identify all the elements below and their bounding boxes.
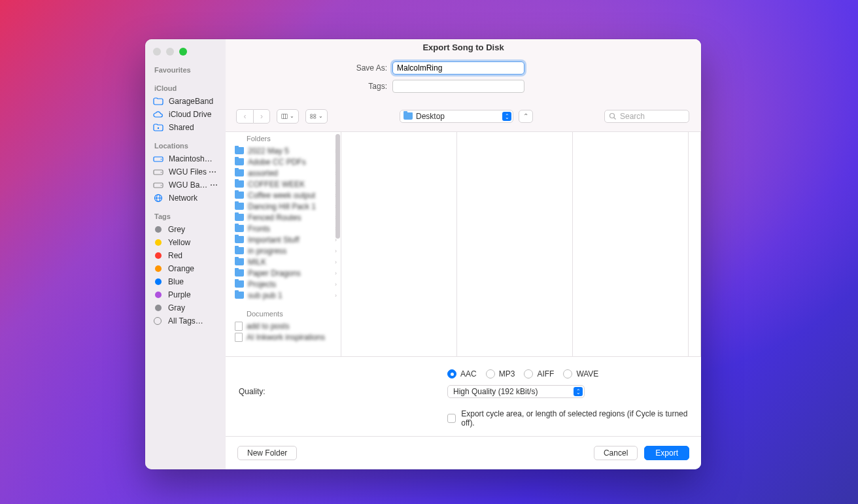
column-scrollbar[interactable]	[335, 134, 340, 239]
sidebar-item[interactable]: Macintosh…	[145, 152, 226, 165]
format-radio-aac[interactable]: AAC	[447, 369, 477, 378]
columns-view-icon	[281, 112, 288, 121]
svg-rect-14	[314, 114, 316, 116]
sidebar-item[interactable]: Grey	[145, 223, 226, 236]
close-traffic-light[interactable]	[153, 48, 161, 56]
sidebar-item-label: Macintosh…	[169, 154, 213, 163]
browser-column-1[interactable]: Folders 2022 May 5›Adobe CC PDFs›assorte…	[226, 132, 341, 356]
svg-rect-16	[314, 116, 316, 118]
sidebar-item[interactable]: Yellow	[145, 236, 226, 249]
sidebar-item-label: Purple	[168, 290, 191, 299]
sidebar-item-label: Gray	[168, 303, 185, 312]
zoom-traffic-light[interactable]	[179, 48, 187, 56]
browser-column-3[interactable]	[457, 132, 573, 356]
search-icon	[609, 112, 617, 120]
folder-icon	[235, 247, 244, 254]
folder-row[interactable]: Coffee week output›	[226, 190, 341, 201]
folder-icon	[235, 225, 244, 232]
column-header-folders: Folders	[226, 132, 341, 145]
format-label: AAC	[460, 369, 477, 378]
svg-point-0	[158, 127, 159, 129]
folder-row[interactable]: Fenced Routes›	[226, 212, 341, 223]
save-as-input[interactable]	[392, 61, 524, 75]
nav-back-button[interactable]: ‹	[236, 109, 253, 124]
folder-row[interactable]: Fronts›	[226, 223, 341, 234]
folder-row[interactable]: Projects›	[226, 278, 341, 290]
folder-icon	[153, 97, 163, 106]
location-popup[interactable]: Desktop	[400, 110, 513, 123]
folder-name: Paper Dragons	[248, 269, 301, 278]
folder-row[interactable]: 2022 May 5›	[226, 145, 341, 156]
sidebar-item-label: WGU Files ⋯	[169, 167, 216, 176]
sidebar-item-label: Shared	[169, 123, 194, 132]
collapse-button[interactable]: ⌃	[519, 110, 533, 123]
folder-name: Adobe CC PDFs	[248, 158, 306, 167]
sidebar-item[interactable]: All Tags…	[145, 314, 226, 328]
new-folder-button[interactable]: New Folder	[237, 446, 297, 460]
document-icon	[235, 322, 243, 331]
sidebar-item[interactable]: Gray	[145, 301, 226, 314]
browser-column-4[interactable]	[573, 132, 689, 356]
quality-value: High Quality (192 kBit/s)	[453, 387, 538, 396]
document-row[interactable]: add to posts	[226, 320, 341, 331]
folder-name: Fronts	[248, 224, 270, 233]
folder-name: COFFEE WEEK	[248, 180, 305, 189]
cancel-button[interactable]: Cancel	[594, 446, 638, 460]
search-field[interactable]: Search	[604, 110, 689, 123]
tag-dot-icon	[155, 226, 162, 233]
format-radio-mp3[interactable]: MP3	[486, 369, 515, 378]
group-button[interactable]: ⌄	[305, 109, 328, 124]
sidebar-item[interactable]: Blue	[145, 275, 226, 288]
radio-dot-icon	[563, 369, 572, 378]
format-radio-aiff[interactable]: AIFF	[524, 369, 554, 378]
svg-point-17	[610, 113, 615, 118]
stepper-icon	[574, 387, 583, 396]
sidebar-item[interactable]: Network	[145, 192, 226, 205]
cycle-label: Export cycle area, or length of selected…	[461, 409, 688, 428]
folder-row[interactable]: sub pub 1›	[226, 290, 341, 301]
save-as-label: Save As:	[226, 63, 392, 73]
browser-column-5[interactable]	[689, 132, 701, 356]
chevron-down-icon: ⌄	[318, 113, 323, 119]
folder-icon	[403, 112, 413, 120]
folder-row[interactable]: MILK›	[226, 256, 341, 267]
sidebar-section-header: Locations	[145, 139, 226, 152]
column-header-documents: Documents	[226, 307, 341, 320]
sidebar-item[interactable]: WGU Files ⋯	[145, 165, 226, 178]
folder-row[interactable]: in progress›	[226, 245, 341, 256]
browser-column-2[interactable]	[341, 132, 457, 356]
sidebar-item[interactable]: GarageBand	[145, 95, 226, 108]
sidebar-item[interactable]: Shared	[145, 121, 226, 134]
folder-name: Important Stuff	[248, 235, 300, 244]
chevron-right-icon: ›	[335, 270, 337, 277]
sidebar-item[interactable]: Orange	[145, 262, 226, 275]
folder-icon	[235, 147, 244, 154]
document-name: AI Inkwork inspirations	[247, 333, 325, 342]
cloud-icon	[153, 110, 163, 119]
sidebar-item-label: GarageBand	[169, 97, 213, 106]
document-row[interactable]: AI Inkwork inspirations	[226, 331, 341, 343]
export-button[interactable]: Export	[644, 446, 689, 460]
minimize-traffic-light[interactable]	[166, 48, 174, 56]
folder-row[interactable]: assorted›	[226, 167, 341, 178]
cycle-checkbox[interactable]	[447, 414, 456, 423]
folder-icon	[235, 214, 244, 221]
folder-row[interactable]: COFFEE WEEK›	[226, 178, 341, 190]
folder-row[interactable]: Dancing Hill Pack 1›	[226, 201, 341, 212]
sidebar-item[interactable]: Red	[145, 249, 226, 262]
format-radio-wave[interactable]: WAVE	[563, 369, 598, 378]
format-label: MP3	[499, 369, 515, 378]
sidebar-item[interactable]: iCloud Drive	[145, 108, 226, 121]
format-label: AIFF	[537, 369, 554, 378]
view-mode-button[interactable]: ⌄	[277, 109, 299, 124]
sidebar-item[interactable]: Purple	[145, 288, 226, 301]
sidebar-item[interactable]: WGU Ba… ⋯	[145, 178, 226, 192]
folder-row[interactable]: Important Stuff›	[226, 234, 341, 245]
tags-input[interactable]	[392, 80, 524, 93]
folder-row[interactable]: Paper Dragons›	[226, 267, 341, 278]
sidebar-item-label: Network	[169, 193, 197, 203]
quality-select[interactable]: High Quality (192 kBit/s)	[447, 385, 585, 398]
nav-forward-button[interactable]: ›	[253, 109, 270, 124]
sidebar-section-header: iCloud	[145, 82, 226, 95]
folder-row[interactable]: Adobe CC PDFs›	[226, 156, 341, 167]
